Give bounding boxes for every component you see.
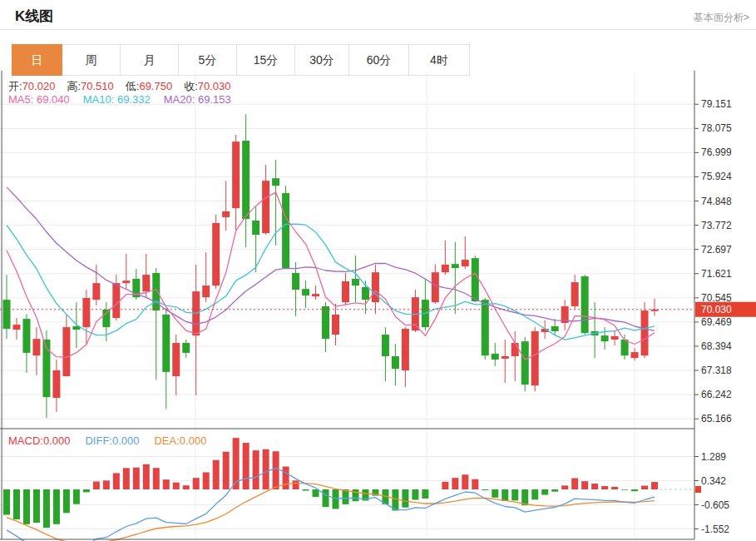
svg-text:1.289: 1.289 xyxy=(701,451,726,463)
header-divider xyxy=(0,29,756,30)
open-label: 开: xyxy=(8,80,22,92)
ma5-readout: MA5: 69.040 xyxy=(8,93,70,106)
ma10-readout: MA10: 69.332 xyxy=(83,93,151,106)
svg-text:70.545: 70.545 xyxy=(701,292,732,304)
ma-readout: MA5: 69.040MA10: 69.332MA20: 69.153 xyxy=(8,93,231,106)
svg-text:69.469: 69.469 xyxy=(701,316,732,328)
high-label: 高: xyxy=(67,80,81,92)
high-value: 70.510 xyxy=(81,80,114,92)
svg-text:78.075: 78.075 xyxy=(701,122,732,134)
svg-text:67.318: 67.318 xyxy=(701,365,732,376)
svg-text:-1.552: -1.552 xyxy=(701,524,729,535)
low-value: 69.750 xyxy=(139,80,172,92)
kline-chart-canvas[interactable]: 79.15178.07576.99975.92474.84873.77272.6… xyxy=(0,71,756,541)
ohlc-readout: 开:70.020高:70.510低:69.750收:70.030 xyxy=(8,79,243,94)
kline-page: K线图 基本面分析> 日周月5分15分30分60分4时 开:70.020高:70… xyxy=(0,0,756,541)
close-value: 70.030 xyxy=(198,80,231,92)
svg-text:66.242: 66.242 xyxy=(701,389,732,400)
low-label: 低: xyxy=(126,80,140,92)
svg-text:74.848: 74.848 xyxy=(701,196,732,207)
ma20-readout: MA20: 69.153 xyxy=(164,93,231,106)
svg-text:71.621: 71.621 xyxy=(701,268,732,280)
svg-text:79.151: 79.151 xyxy=(701,98,732,110)
svg-text:73.772: 73.772 xyxy=(701,220,732,231)
svg-text:0.342: 0.342 xyxy=(701,475,726,487)
close-label: 收: xyxy=(184,80,198,92)
svg-text:75.924: 75.924 xyxy=(701,171,732,182)
svg-text:76.999: 76.999 xyxy=(701,146,732,158)
svg-text:70.030: 70.030 xyxy=(701,304,732,315)
fundamental-analysis-link[interactable]: 基本面分析> xyxy=(694,11,749,25)
page-title: K线图 xyxy=(15,7,53,26)
svg-text:72.697: 72.697 xyxy=(701,244,732,256)
diff-value: DIFF:0.000 xyxy=(85,434,139,447)
macd-readout: MACD:0.000DIFF:0.000DEA:0.000 xyxy=(8,434,206,447)
svg-text:65.166: 65.166 xyxy=(701,413,732,424)
dea-value: DEA:0.000 xyxy=(154,434,206,447)
svg-text:-0.605: -0.605 xyxy=(701,499,729,511)
open-value: 70.020 xyxy=(22,80,56,92)
macd-value: MACD:0.000 xyxy=(8,434,70,447)
svg-text:68.394: 68.394 xyxy=(701,340,732,352)
